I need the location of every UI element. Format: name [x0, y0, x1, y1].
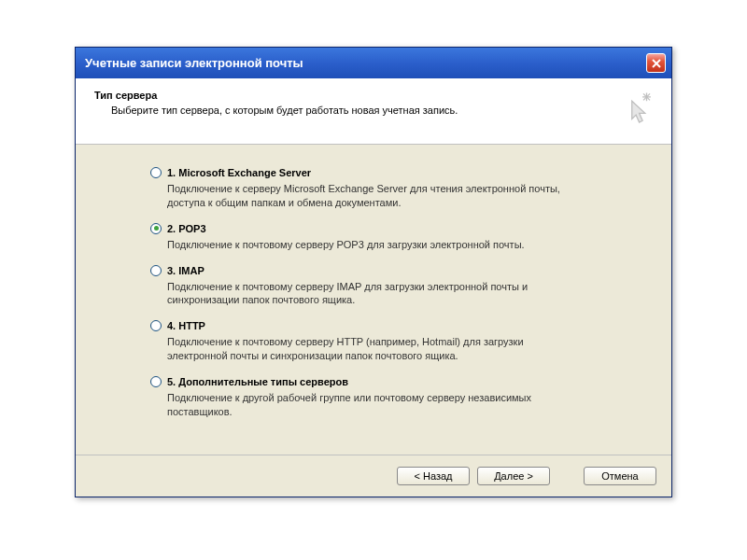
page-subheading: Выберите тип сервера, с которым будет ра…	[94, 105, 458, 116]
radio-exchange[interactable]	[150, 167, 162, 178]
option-description: Подключение к серверу Microsoft Exchange…	[150, 182, 580, 210]
header-panel: Тип сервера Выберите тип сервера, с кото…	[76, 78, 671, 145]
option-description: Подключение к почтовому серверу IMAP для…	[150, 280, 580, 308]
radio-other[interactable]	[150, 376, 162, 387]
close-icon	[652, 59, 661, 68]
option-label: 2. POP3	[167, 223, 206, 234]
wizard-icon	[617, 90, 656, 131]
option-label: 1. Microsoft Exchange Server	[167, 167, 311, 178]
option-description: Подключение к другой рабочей группе или …	[150, 391, 580, 419]
cancel-button[interactable]: Отмена	[584, 467, 656, 485]
back-button[interactable]: < Назад	[397, 467, 470, 485]
option-description: Подключение к почтовому серверу POP3 для…	[150, 238, 580, 252]
option-other: 5. Дополнительные типы серверов Подключе…	[150, 376, 630, 419]
option-label: 5. Дополнительные типы серверов	[167, 376, 348, 387]
radio-pop3[interactable]	[150, 223, 162, 234]
option-http: 4. HTTP Подключение к почтовому серверу …	[150, 320, 630, 363]
radio-http[interactable]	[150, 320, 162, 331]
page-heading: Тип сервера	[94, 90, 458, 101]
radio-imap[interactable]	[150, 265, 162, 276]
window-title: Учетные записи электронной почты	[85, 56, 303, 70]
option-imap: 3. IMAP Подключение к почтовому серверу …	[150, 265, 630, 308]
titlebar: Учетные записи электронной почты	[76, 48, 671, 78]
next-button[interactable]: Далее >	[477, 467, 550, 485]
header-text: Тип сервера Выберите тип сервера, с кото…	[94, 90, 458, 116]
option-label: 3. IMAP	[167, 265, 204, 276]
body-panel: 1. Microsoft Exchange Server Подключение…	[76, 145, 671, 455]
option-exchange: 1. Microsoft Exchange Server Подключение…	[150, 167, 630, 210]
option-label: 4. HTTP	[167, 320, 205, 331]
wizard-dialog: Учетные записи электронной почты Тип сер…	[75, 47, 672, 497]
close-button[interactable]	[646, 53, 666, 73]
footer-panel: < Назад Далее > Отмена	[76, 455, 671, 497]
cursor-star-icon	[617, 90, 656, 129]
option-pop3: 2. POP3 Подключение к почтовому серверу …	[150, 223, 630, 252]
option-description: Подключение к почтовому серверу HTTP (на…	[150, 335, 580, 363]
